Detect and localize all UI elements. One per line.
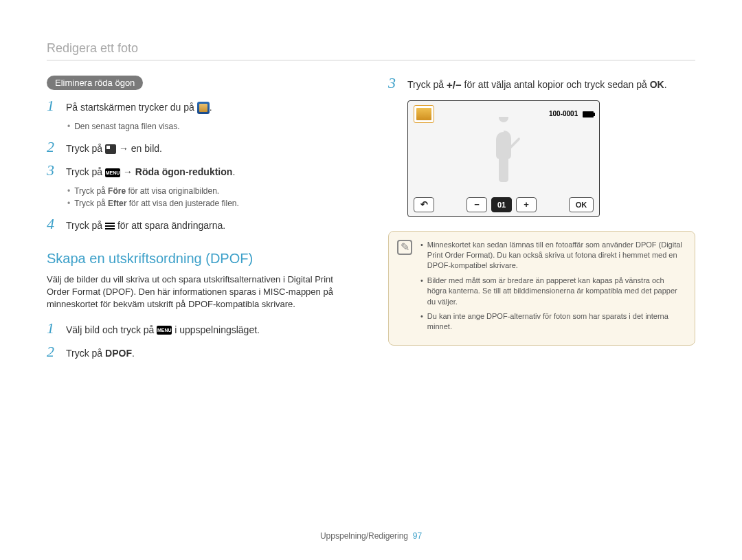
footer-section: Uppspelning/Redigering <box>320 531 408 541</box>
text: . <box>232 166 235 177</box>
dpof-step-3: 3 Tryck på +/− för att välja antal kopio… <box>388 76 695 93</box>
step-text: Tryck på MENU → Röda ögon-reduktion. <box>66 163 235 179</box>
thumbnail-icon <box>105 144 116 154</box>
save-icon <box>105 221 115 231</box>
camera-screen: 100-0001 ↶ − 01 + OK <box>407 100 600 217</box>
text: . <box>664 79 667 90</box>
text: . <box>132 348 135 359</box>
note-item: Du kan inte ange DPOF-alternativ för fot… <box>420 311 685 333</box>
menu-icon: MENU <box>105 168 120 177</box>
substep: Tryck på Före för att visa originalbilde… <box>67 186 354 196</box>
step-text: Tryck på DPOF. <box>66 344 135 361</box>
menu-icon: MENU <box>157 326 172 335</box>
file-counter: 100-0001 <box>549 110 578 117</box>
screen-thumbnail-icon <box>414 105 434 123</box>
section-desc: Välj de bilder du vill skriva ut och spa… <box>47 273 354 311</box>
note-item: Minneskortet kan sedan lämnas till en fo… <box>420 240 685 271</box>
step-4: 4 Tryck på för att spara ändringarna. <box>47 216 354 233</box>
note-box: ✎ Minneskortet kan sedan lämnas till en … <box>388 231 695 346</box>
substep: Den senast tagna filen visas. <box>67 122 354 131</box>
step-2: 2 Tryck på → en bild. <box>47 139 354 156</box>
text: för att välja antal kopior och tryck sed… <box>462 79 650 90</box>
text: Du kan inte ange DPOF-alternativ för fot… <box>427 311 685 333</box>
plus-minus-icon: +/− <box>447 79 462 91</box>
text: Minneskortet kan sedan lämnas till en fo… <box>427 240 685 271</box>
copy-count: 01 <box>491 197 512 212</box>
text-bold: → Röda ögon-reduktion <box>123 166 232 177</box>
text: för att visa originalbilden. <box>126 186 219 196</box>
text: . <box>210 102 212 113</box>
step-number: 3 <box>47 163 59 178</box>
text: Tryck på <box>74 186 108 196</box>
text: På startskärmen trycker du på <box>66 102 197 113</box>
text-bold: Efter <box>108 199 126 208</box>
footer-page-number: 97 <box>413 531 422 541</box>
text: Tryck på <box>66 348 105 359</box>
step-number: 2 <box>47 344 59 359</box>
step-text: Välj bild och tryck på MENU i uppspelnin… <box>66 321 260 337</box>
step-3: 3 Tryck på MENU → Röda ögon-reduktion. <box>47 163 354 179</box>
plus-button[interactable]: + <box>516 197 537 212</box>
dpof-step-2: 2 Tryck på DPOF. <box>47 344 354 361</box>
arrow-icon: → en bild. <box>119 143 162 154</box>
step-number: 1 <box>47 98 59 113</box>
substep: Tryck på Efter för att visa den justerad… <box>67 199 354 208</box>
note-item: Bilder med mått som är bredare än papper… <box>420 276 685 307</box>
text: Tryck på <box>66 143 105 154</box>
minus-button[interactable]: − <box>466 197 487 212</box>
step-number: 1 <box>47 321 59 336</box>
section-title-dpof: Skapa en utskriftsordning (DPOF) <box>47 251 354 267</box>
step-number: 3 <box>388 76 401 91</box>
step-1: 1 På startskärmen trycker du på . <box>47 98 354 115</box>
step-text: Tryck på +/− för att välja antal kopior … <box>407 76 667 93</box>
back-button[interactable]: ↶ <box>414 197 434 212</box>
text-bold: DPOF <box>105 348 132 359</box>
text-bold: Före <box>108 186 126 196</box>
text: Den senast tagna filen visas. <box>74 122 179 131</box>
ok-button[interactable]: OK <box>569 197 594 212</box>
step-text: Tryck på → en bild. <box>66 139 162 156</box>
text: för att spara ändringarna. <box>117 220 225 231</box>
dpof-step-1: 1 Välj bild och tryck på MENU i uppspeln… <box>47 321 354 337</box>
step-text: På startskärmen trycker du på . <box>66 98 212 115</box>
battery-icon <box>583 111 594 117</box>
page-title: Redigera ett foto <box>47 41 695 60</box>
step-number: 2 <box>47 139 59 155</box>
step-text: Tryck på för att spara ändringarna. <box>66 216 225 233</box>
text: i uppspelningsläget. <box>175 324 260 335</box>
step-number: 4 <box>47 216 59 232</box>
left-column: Eliminera röda ögon 1 På startskärmen tr… <box>47 76 354 368</box>
text: för att visa den justerade filen. <box>126 199 238 208</box>
text: Tryck på <box>74 199 108 208</box>
text: Tryck på <box>66 220 105 231</box>
footer: Uppspelning/Redigering 97 <box>0 531 742 541</box>
text: Tryck på <box>407 79 447 90</box>
pill-red-eye: Eliminera röda ögon <box>47 76 143 90</box>
text: Bilder med mått som är bredare än papper… <box>427 276 685 307</box>
text: Välj bild och tryck på <box>66 324 157 335</box>
text: Tryck på <box>66 166 105 177</box>
right-column: 3 Tryck på +/− för att välja antal kopio… <box>388 76 695 368</box>
image-editor-icon <box>197 102 210 114</box>
ok-text: OK <box>650 79 664 90</box>
note-icon: ✎ <box>397 240 412 255</box>
person-silhouette-icon <box>483 117 524 186</box>
